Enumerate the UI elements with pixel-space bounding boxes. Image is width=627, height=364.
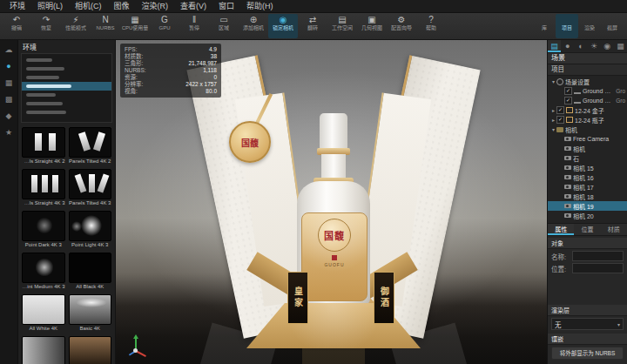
lock-camera-icon[interactable]: ◉ 锁定相机 (268, 14, 298, 38)
workspace-icon[interactable]: ▤ 工作空间 (327, 14, 357, 38)
tab-camera-icon[interactable]: ◉ (601, 40, 614, 52)
cpu-usage-icon[interactable]: ▦ CPU使用量 (120, 14, 150, 38)
backplates-icon[interactable]: ▦ (3, 78, 15, 89)
scene-tree-row[interactable]: ▸ ✓ 12-24 瓶子 (548, 115, 627, 125)
menu-item[interactable]: 环境 (3, 0, 31, 12)
scene-tree-row[interactable]: 相机 15 (548, 163, 627, 172)
tab-lighting-icon[interactable]: ☀ (588, 40, 601, 52)
help-icon[interactable]: ? 帮助 (416, 14, 446, 38)
property-tab[interactable]: 位置 (574, 224, 600, 235)
cloud-library-icon[interactable]: ☁ (3, 44, 15, 56)
folder-row[interactable] (22, 64, 111, 73)
scene-tree-row[interactable]: ✓ Ground plane Gro (548, 86, 627, 96)
scene-tree-row[interactable]: 相机 (548, 144, 627, 153)
menu-item[interactable]: 窗口 (212, 0, 240, 12)
environment-thumbnail[interactable]: 3 Point Light 4K (69, 211, 112, 249)
environment-thumbnail[interactable]: 3 Panels Straight 4K (22, 169, 65, 207)
render-layer-select[interactable]: 无 ▾ (551, 318, 624, 330)
project-icon[interactable]: 项目 (556, 14, 578, 38)
scene-tree-row[interactable]: 石 (548, 153, 627, 163)
menu-item[interactable]: 图像 (108, 0, 136, 12)
nurbs-icon[interactable]: N NURBS (91, 14, 120, 38)
undo-icon[interactable]: ↶ 撤销 (2, 14, 31, 38)
tab-scene-icon[interactable]: ▤ (548, 40, 561, 52)
folder-row[interactable] (22, 56, 111, 64)
gpu-icon[interactable]: G GPU (150, 14, 179, 38)
scene-tree-row[interactable]: 相机 18 (548, 192, 627, 201)
toolbar-left-group: ↶ 撤销 ↷ 恢复 ⚡ 性能模式 N NURBS (2, 13, 446, 39)
environment-thumbnail[interactable]: 2 Panels Tilted 4K (69, 127, 112, 165)
scene-tree-row[interactable]: ▾ 相机 (548, 125, 627, 134)
tab-image-icon[interactable]: ▦ (614, 40, 627, 52)
realtime-viewport[interactable]: 国馥 GUOFU 国馥 皇家 御酒 FPS: (116, 40, 547, 364)
expander-icon[interactable]: ▾ (550, 126, 556, 132)
environment-preview-image (22, 127, 65, 158)
favorites-icon[interactable]: ★ (3, 127, 15, 138)
folder-row[interactable] (22, 73, 111, 82)
environment-thumbnail[interactable]: Basic 4K (69, 294, 112, 333)
property-tab[interactable]: 属性 (548, 224, 574, 235)
property-tab[interactable]: 材质 (601, 224, 627, 235)
environment-thumbnail[interactable]: 3 Point Medium 4K (22, 253, 65, 291)
environments-icon[interactable]: ● (3, 61, 15, 72)
environment-thumbnail[interactable]: All White 4K (22, 294, 65, 333)
scene-tree-row[interactable]: Free Camera (548, 134, 627, 144)
pause-icon[interactable]: ‖ 暂停 (179, 14, 209, 38)
scene-tree-row[interactable]: 相机 16 (548, 172, 627, 182)
field-input[interactable] (572, 251, 624, 261)
scene-tree-row[interactable]: ✓ Ground plane Gro (548, 96, 627, 105)
redo-icon[interactable]: ↷ 恢复 (31, 14, 61, 38)
environment-thumbnail[interactable] (69, 336, 112, 364)
tab-environment-icon[interactable]: ◐ (574, 40, 587, 52)
environment-thumbnail[interactable] (22, 336, 65, 364)
render-icon[interactable]: 渲染 (578, 14, 601, 38)
library-icon[interactable]: 库 (533, 14, 556, 38)
ti-model (566, 117, 573, 123)
flip-icon[interactable]: ⇄ 翻转 (298, 14, 327, 38)
hud-row: FPS: 4.9 (125, 46, 217, 53)
visibility-checkbox[interactable]: ✓ (564, 97, 572, 104)
visibility-checkbox[interactable]: ✓ (556, 116, 564, 124)
folder-row[interactable] (22, 91, 111, 99)
scene-tree-row[interactable]: ▾ 场景设置 (548, 77, 627, 86)
performance-mode-icon[interactable]: ⚡ 性能模式 (61, 14, 91, 38)
materials-icon[interactable]: ◆ (3, 111, 15, 122)
expander-icon[interactable]: ▾ (550, 78, 556, 84)
field-input[interactable] (572, 263, 624, 273)
menu-item[interactable]: 帮助(H) (240, 0, 280, 12)
scene-tree-row[interactable]: 相机 19 (548, 201, 627, 211)
visibility-checkbox[interactable]: ✓ (564, 87, 572, 95)
scene-tree-row[interactable]: ▸ ✓ 12-24 金子 (548, 105, 627, 115)
environment-thumbnail[interactable]: 3 Panels Tilted 4K (69, 169, 112, 207)
tree-item-label: 场景设置 (565, 78, 624, 86)
expander-icon[interactable]: ▸ (550, 107, 556, 113)
environment-thumbnail[interactable]: All Black 4K (69, 253, 112, 291)
folder-row[interactable] (22, 108, 111, 117)
scene-tree-row[interactable]: 相机 17 (548, 182, 627, 192)
folder-row[interactable] (22, 99, 111, 108)
menu-item[interactable]: 照明(L) (31, 0, 69, 12)
environment-label: All Black 4K (69, 283, 112, 291)
screenshot-icon[interactable]: 截屏 (601, 14, 624, 38)
geometry-view-icon[interactable]: ▣ 几何视图 (357, 14, 387, 38)
add-camera-icon[interactable]: ⊕ 添加相机 (239, 14, 268, 38)
folder-row-selected[interactable] (22, 82, 111, 91)
wizard-icon[interactable]: ⚙ 配置向导 (387, 14, 416, 38)
hud-row: 资源: 0 (125, 74, 217, 81)
environment-thumbnail[interactable]: 2 Panels Straight 4K (22, 127, 65, 165)
object-fields: 名称: 位置: (548, 249, 627, 275)
tab-material-icon[interactable]: ● (561, 40, 574, 52)
environment-thumbnail[interactable]: 3 Point Dark 4K (22, 211, 65, 249)
visibility-checkbox[interactable]: ✓ (556, 106, 564, 114)
show-exterior-as-nurbs-button[interactable]: 将外部显示为 NURBS (551, 347, 624, 360)
textures-icon[interactable]: ▩ (3, 94, 15, 105)
ti-folder (556, 127, 563, 132)
expander-icon[interactable]: ▸ (550, 117, 556, 123)
library-folder-tree[interactable] (21, 53, 112, 123)
gold-medallion: 国馥 (229, 121, 271, 163)
menu-item[interactable]: 相机(C) (69, 0, 108, 12)
scene-tree-row[interactable]: 相机 20 (548, 211, 627, 220)
menu-item[interactable]: 渲染(R) (136, 0, 175, 12)
region-icon[interactable]: ▭ 区域 (209, 14, 239, 38)
menu-item[interactable]: 查看(V) (174, 0, 212, 12)
